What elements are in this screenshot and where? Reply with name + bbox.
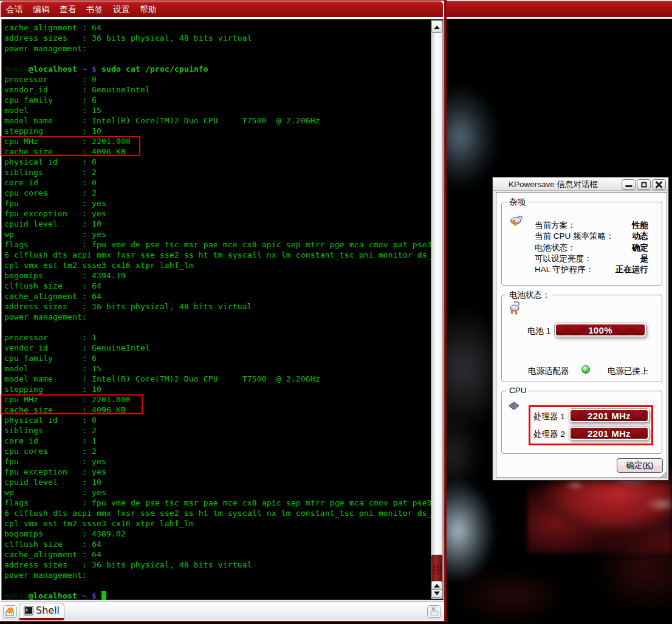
menu-item[interactable]: 会话 (6, 4, 23, 15)
close-session-button[interactable] (427, 605, 441, 618)
prompt-separator (97, 591, 101, 600)
active-tab-underline (19, 618, 64, 621)
misc-row-label: 电池状态： (535, 242, 576, 253)
dialog-title: KPowersave 信息对话框 (509, 179, 598, 190)
menu-item[interactable]: 设置 (113, 4, 130, 15)
tab-shell[interactable]: Shell (19, 603, 64, 617)
desktop: 会话编辑查看书签设置帮助 cache_alignment : 64address… (0, 0, 672, 624)
terminal-line: cpu cores : 2 (4, 188, 432, 198)
adapter-label: 电源适配器 (528, 366, 569, 377)
highlight-rect-cpu0-mhz-cache (1, 136, 140, 156)
terminal-line: physical id : 0 (4, 157, 432, 167)
menu-item[interactable]: 编辑 (33, 4, 50, 15)
terminal-line (4, 322, 432, 332)
resize-grip[interactable] (659, 470, 667, 479)
terminal-line: moksa@localhost ~ $ (4, 591, 432, 601)
maximize-button[interactable] (637, 179, 651, 190)
close-button[interactable] (652, 179, 666, 190)
terminal-line: cpl vmx est tm2 ssse3 cx16 xtpr lahf_lm (4, 518, 432, 529)
ok-button[interactable]: 确定(K) (617, 458, 663, 473)
terminal-line: address sizes : 36 bits physical, 48 bit… (4, 33, 432, 43)
cpu-chip-icon (508, 400, 520, 411)
terminal-line: bogomips : 4394.19 (4, 270, 432, 281)
terminal-viewport[interactable]: cache_alignment : 64address sizes : 36 b… (1, 19, 444, 600)
misc-row: 可以设定亮度：是 (535, 253, 648, 264)
misc-rows: 当前方案：性能当前 CPU 频率策略：动态电池状态：确定可以设定亮度：是HAL … (535, 220, 648, 275)
prompt-command: sudo cat /proc/cpuinfo (101, 64, 208, 74)
terminal-output: cache_alignment : 64address sizes : 36 b… (4, 22, 432, 601)
prompt-dollar: $ (92, 64, 97, 74)
prompt-separator (97, 64, 101, 74)
terminal-line: siblings : 2 (4, 167, 432, 177)
highlight-rect-cpu-frequencies (529, 405, 653, 445)
terminal-line: bogomips : 4389.02 (4, 529, 432, 539)
battery-progress-fill: 100% (556, 324, 645, 335)
terminal-line: 6 clflush dts acpi mmx fxsr sse sse2 ss … (4, 250, 432, 260)
ok-button-label: ) (651, 461, 654, 470)
group-battery: 电池状态： 电池 1 100% 电 (501, 295, 662, 382)
scrollbar-arrow-down-button[interactable] (431, 589, 442, 598)
battery-label: 电池 1 (527, 326, 550, 337)
terminal-line (4, 53, 432, 64)
prompt-separator (87, 64, 92, 74)
terminal-scrollbar[interactable] (431, 20, 443, 599)
scrollbar-arrow-up-button[interactable] (431, 581, 442, 589)
close-session-icon (429, 606, 439, 617)
misc-row-value: 是 (640, 253, 649, 264)
terminal-line: cache_alignment : 64 (4, 291, 432, 301)
prompt-tilde: ~ (82, 64, 87, 74)
terminal-line: physical id : 0 (4, 415, 432, 425)
adapter-status: 电源已接上 (608, 366, 649, 377)
scrollbar-arrow-up-button[interactable] (431, 21, 442, 33)
terminal-line: cache_alignment : 64 (4, 549, 432, 560)
menu-item[interactable]: 帮助 (140, 4, 157, 15)
misc-row-label: 当前方案： (535, 220, 576, 231)
terminal-line: core id : 0 (4, 177, 432, 188)
terminal-line: flags : fpu vme de pse tsc msr pae mce c… (4, 498, 432, 508)
prompt-separator (77, 64, 82, 74)
dialog-titlebar[interactable]: KPowersave 信息对话框 (493, 177, 668, 191)
terminal-line: model name : Intel(R) Core(TM)2 Duo CPU … (4, 374, 432, 384)
terminal-line: cpuid level : 10 (4, 477, 432, 487)
minimize-button[interactable] (622, 179, 636, 190)
prompt-dollar: $ (92, 591, 97, 600)
menu-item[interactable]: 查看 (60, 4, 77, 15)
terminal-line: stepping : 10 (4, 126, 432, 136)
terminal-line: cpu family : 6 (4, 353, 432, 363)
terminal-line: processor : 1 (4, 332, 432, 343)
highlight-rect-cpu1-mhz-cache (1, 394, 143, 414)
arrow-down-icon (434, 591, 440, 595)
arrow-up-icon (434, 584, 440, 588)
prompt-hostname: @localhost (29, 591, 77, 600)
adapter-row: 电源适配器 电源已接上 (502, 364, 662, 377)
close-icon (655, 180, 663, 188)
prompt-separator (77, 591, 82, 600)
new-session-icon (5, 606, 15, 617)
ok-button-label: 确定( (626, 461, 645, 470)
scrollbar-thumb[interactable] (431, 555, 442, 583)
terminal-line: fpu : yes (4, 198, 432, 208)
misc-row-value: 正在运行 (615, 264, 648, 275)
misc-row-value: 确定 (632, 242, 648, 253)
prompt-separator (87, 591, 92, 600)
misc-row: HAL 守护程序：正在运行 (535, 264, 648, 275)
prompt-hostname: @localhost (29, 64, 77, 74)
new-session-button[interactable] (3, 605, 17, 618)
power-plug-icon (509, 212, 524, 227)
ok-button-accesskey: K (645, 461, 651, 470)
terminal-line: flags : fpu vme de pse tsc msr pae mce c… (4, 239, 432, 250)
terminal-line: cpu family : 6 (4, 95, 432, 105)
group-misc-title: 杂项 (507, 197, 527, 208)
arrow-up-icon (434, 26, 440, 29)
terminal-line: wp : yes (4, 229, 432, 239)
terminal-line: stepping : 10 (4, 384, 432, 394)
terminal-line: power management: (4, 43, 432, 53)
prompt-username: moksa (4, 591, 29, 600)
terminal-line: fpu_exception : yes (4, 467, 432, 477)
prompt-tilde: ~ (82, 591, 87, 600)
terminal-line: model : 15 (4, 363, 432, 374)
terminal-line: address sizes : 36 bits physical, 48 bit… (4, 301, 432, 312)
terminal-line: 6 clflush dts acpi mmx fxsr sse sse2 ss … (4, 508, 432, 518)
menu-item[interactable]: 书签 (86, 4, 103, 15)
terminal-line: address sizes : 36 bits physical, 48 bit… (4, 560, 432, 570)
